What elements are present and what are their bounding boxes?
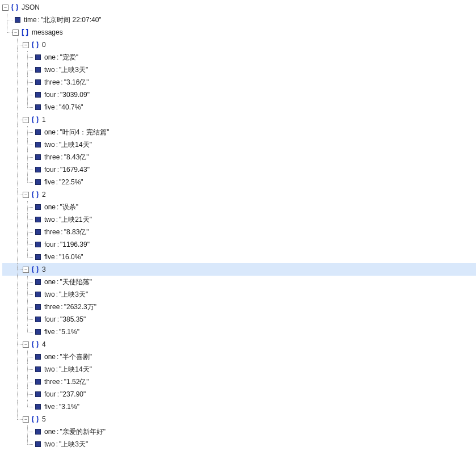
time-node[interactable]: time : "北京时间 22:07:40": [2, 14, 476, 26]
pair-0-one[interactable]: one : "宠爱": [2, 51, 476, 64]
pair-0-four[interactable]: four : "3039.09": [2, 88, 476, 101]
array-item-1[interactable]: −1: [2, 113, 476, 126]
value-icon: [35, 429, 41, 435]
node-key: one: [44, 278, 56, 286]
node-value: "宠爱": [60, 53, 78, 62]
pair-1-four[interactable]: four : "1679.43": [2, 163, 476, 176]
node-value: "3.1%": [59, 403, 79, 411]
pair-1-two[interactable]: two : "上映14天": [2, 138, 476, 151]
separator: :: [56, 328, 58, 336]
array-item-0[interactable]: −0: [2, 39, 476, 51]
pair-4-two[interactable]: two : "上映14天": [2, 363, 476, 376]
pair-5-two[interactable]: two : "上映3天": [2, 438, 476, 450]
pair-3-one[interactable]: one : "天使陷落": [2, 276, 476, 288]
pair-2-one[interactable]: one : "误杀": [2, 201, 476, 213]
node-value: "北京时间 22:07:40": [41, 15, 102, 25]
separator: :: [57, 315, 59, 323]
array-icon: [20, 28, 30, 37]
pair-3-five[interactable]: five : "5.1%": [2, 326, 476, 338]
pair-4-five[interactable]: five : "3.1%": [2, 400, 476, 413]
node-key: 0: [42, 41, 46, 49]
separator: :: [56, 440, 58, 448]
pair-4-one[interactable]: one : "半个喜剧": [2, 351, 476, 363]
expand-toggle[interactable]: −: [2, 5, 9, 11]
pair-1-one[interactable]: one : "叶问4：完结篇": [2, 126, 476, 138]
pair-0-two[interactable]: two : "上映3天": [2, 64, 476, 76]
separator: :: [61, 153, 62, 161]
object-icon: [31, 40, 40, 49]
separator: :: [56, 66, 58, 74]
node-value: "上映3天": [59, 290, 88, 300]
separator: :: [57, 203, 58, 211]
array-item-5[interactable]: −5: [2, 413, 476, 425]
node-key: two: [44, 216, 55, 224]
node-key: two: [44, 66, 55, 74]
node-key: five: [44, 103, 55, 111]
object-icon: [10, 3, 19, 12]
pair-3-three[interactable]: three : "2632.3万": [2, 301, 476, 313]
pair-4-four[interactable]: four : "237.90": [2, 388, 476, 400]
node-key: two: [44, 440, 55, 448]
value-icon: [35, 404, 41, 410]
expand-toggle[interactable]: −: [23, 117, 29, 123]
value-icon: [35, 317, 41, 322]
pair-3-four[interactable]: four : "385.35": [2, 313, 476, 326]
object-icon: [31, 340, 40, 349]
pair-2-four[interactable]: four : "1196.39": [2, 238, 476, 251]
messages-node[interactable]: −messages: [2, 26, 476, 39]
value-icon: [35, 441, 41, 447]
array-item-3[interactable]: −3: [2, 263, 476, 276]
node-value: "22.5%": [59, 178, 83, 186]
value-icon: [35, 154, 41, 160]
value-icon: [35, 391, 41, 397]
object-icon: [31, 190, 40, 199]
pair-2-two[interactable]: two : "上映21天": [2, 213, 476, 226]
node-value: "8.43亿": [64, 153, 89, 162]
separator: :: [56, 403, 58, 411]
expand-toggle[interactable]: −: [12, 29, 19, 36]
value-icon: [35, 304, 41, 310]
separator: :: [57, 241, 59, 248]
pair-1-five[interactable]: five : "22.5%": [2, 176, 476, 188]
value-icon: [35, 129, 41, 135]
value-icon: [35, 379, 41, 385]
node-key: one: [44, 128, 56, 136]
array-item-2[interactable]: −2: [2, 188, 476, 201]
pair-2-five[interactable]: five : "16.0%": [2, 251, 476, 263]
expand-toggle[interactable]: −: [23, 267, 29, 273]
expand-toggle[interactable]: −: [23, 192, 29, 198]
node-key: 5: [42, 415, 46, 423]
value-icon: [35, 179, 41, 185]
node-key: 2: [42, 191, 46, 199]
separator: :: [61, 78, 62, 86]
node-value: "3.16亿": [64, 78, 89, 87]
node-key: messages: [32, 28, 63, 36]
pair-1-three[interactable]: three : "8.43亿": [2, 151, 476, 163]
pair-4-three[interactable]: three : "1.52亿": [2, 376, 476, 388]
value-icon: [35, 242, 41, 247]
array-item-4[interactable]: −4: [2, 338, 476, 351]
node-value: "1.52亿": [64, 377, 89, 387]
value-icon: [35, 104, 41, 110]
node-key: five: [44, 328, 55, 336]
node-key: five: [44, 178, 55, 186]
expand-toggle[interactable]: −: [23, 341, 29, 348]
pair-5-one[interactable]: one : "亲爱的新年好": [2, 425, 476, 438]
node-value: "40.7%": [59, 103, 83, 111]
root-node[interactable]: −JSON: [2, 1, 476, 14]
expand-toggle[interactable]: −: [23, 416, 29, 423]
separator: :: [57, 166, 59, 174]
value-icon: [35, 67, 41, 73]
node-key: three: [44, 228, 60, 236]
pair-0-five[interactable]: five : "40.7%": [2, 101, 476, 113]
separator: :: [57, 390, 59, 398]
value-icon: [35, 279, 41, 285]
separator: :: [56, 216, 58, 224]
value-icon: [35, 79, 41, 85]
node-value: "385.35": [60, 315, 86, 323]
pair-3-two[interactable]: two : "上映3天": [2, 288, 476, 301]
expand-toggle[interactable]: −: [23, 42, 29, 48]
pair-2-three[interactable]: three : "8.83亿": [2, 226, 476, 238]
object-icon: [31, 415, 40, 424]
pair-0-three[interactable]: three : "3.16亿": [2, 76, 476, 88]
